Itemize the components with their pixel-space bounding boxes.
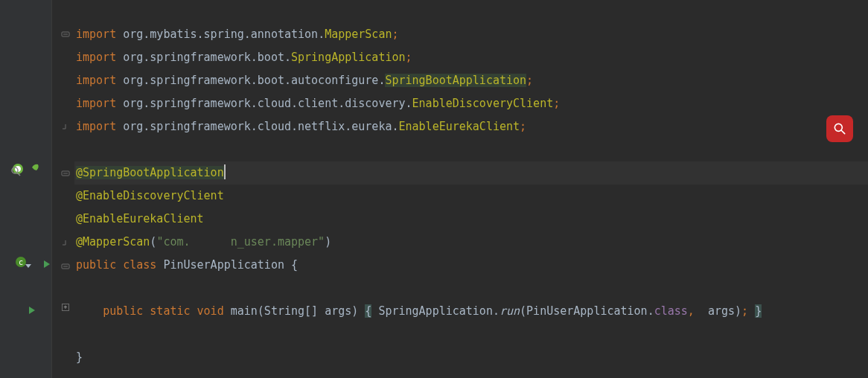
annotation-line: @EnableDiscoveryClient	[74, 185, 868, 208]
search-icon	[832, 121, 847, 136]
imported-class: EnableEurekaClient	[399, 120, 520, 133]
annotation-line: @EnableEurekaClient	[74, 208, 868, 231]
package-segment: org	[123, 28, 143, 41]
import-line: import org.springframework.cloud.netflix…	[74, 115, 868, 138]
code-editor[interactable]: import org.mybatis.spring.annotation.Map…	[74, 0, 868, 378]
annotation-arg-string: "com. n_user.mapper"	[156, 235, 325, 249]
method-name: main	[231, 304, 258, 318]
svg-point-11	[835, 124, 842, 131]
annotation: @MapperScan	[76, 235, 150, 249]
run-class-icon[interactable]	[42, 254, 52, 265]
annotation: @EnableDiscoveryClient	[76, 189, 224, 202]
brace-open: {	[365, 304, 371, 318]
fold-minus-icon[interactable]	[61, 163, 70, 172]
svg-line-12	[842, 131, 845, 134]
imported-class-highlighted: SpringBootApplication	[385, 74, 526, 87]
annotation-line-current: @SpringBootApplication	[74, 161, 868, 185]
class-declaration-line: public class PinUserApplication {	[74, 254, 868, 277]
fold-end-icon[interactable]	[61, 233, 70, 242]
svg-text:c: c	[19, 258, 23, 266]
magnify-bean-icon[interactable]	[10, 163, 22, 175]
imported-class: EnableDiscoveryClient	[412, 97, 554, 110]
imported-class: SpringApplication	[291, 51, 406, 64]
import-line: import org.springframework.boot.autoconf…	[74, 69, 868, 92]
blank-line	[74, 0, 868, 23]
blank-line	[74, 277, 868, 300]
spring-component-icon[interactable]: c	[15, 253, 27, 265]
editor-gutter: c	[0, 0, 52, 378]
annotation-line: @MapperScan("com. n_user.mapper")	[74, 231, 868, 254]
svg-line-2	[17, 173, 20, 176]
fold-minus-icon[interactable]	[61, 24, 70, 33]
brace-close: }	[755, 304, 762, 318]
run-method: run	[500, 304, 520, 318]
run-method-icon[interactable]	[27, 301, 37, 311]
import-line: import org.springframework.cloud.client.…	[74, 92, 868, 115]
annotation: @EnableEurekaClient	[76, 212, 204, 225]
fold-minus-icon[interactable]	[61, 256, 70, 265]
bean-leaf-icon[interactable]	[30, 158, 42, 170]
dropdown-arrow-icon[interactable]	[25, 264, 31, 268]
blank-line	[74, 138, 868, 161]
fold-end-icon[interactable]	[61, 117, 70, 126]
svg-point-1	[12, 167, 18, 173]
import-keyword: import	[76, 28, 116, 41]
annotation-highlighted: @SpringBootApplication	[76, 166, 224, 179]
closing-brace-line: }	[74, 346, 868, 369]
imported-class: MapperScan	[325, 28, 392, 41]
text-cursor	[224, 164, 226, 179]
class-name: PinUserApplication	[163, 258, 284, 272]
import-line: import org.springframework.boot.SpringAp…	[74, 46, 868, 69]
main-method-line: public static void main(String[] args) {…	[74, 300, 868, 323]
import-line: import org.mybatis.spring.annotation.Map…	[74, 23, 868, 46]
fold-plus-icon[interactable]: +	[62, 304, 69, 311]
line-number-column	[0, 0, 9, 378]
search-button[interactable]	[826, 115, 853, 142]
blank-line	[74, 323, 868, 346]
